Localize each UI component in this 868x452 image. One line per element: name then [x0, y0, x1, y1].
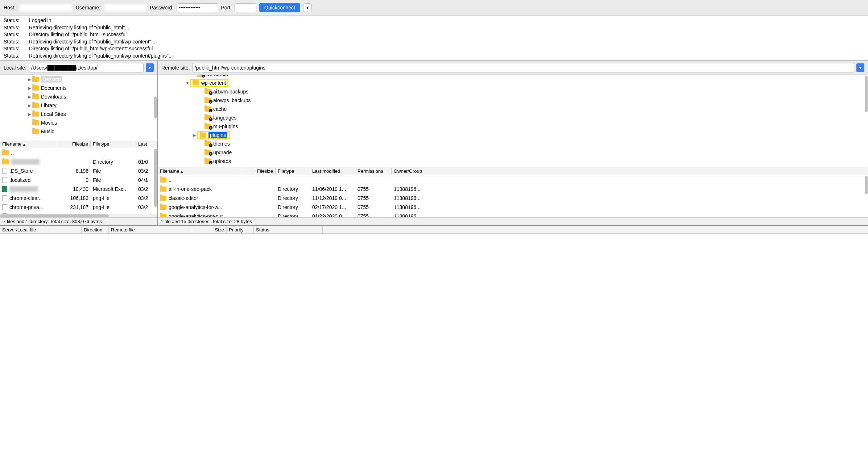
folder-unknown-icon: [204, 98, 211, 103]
remote-path-dropdown[interactable]: ▼: [856, 63, 864, 72]
qcol-size[interactable]: Size: [192, 226, 227, 233]
col-filetype[interactable]: Filetype: [91, 141, 136, 147]
file-row[interactable]: ████████Directory01/0: [0, 157, 157, 166]
qcol-server[interactable]: Server/Local file: [0, 226, 82, 233]
file-row[interactable]: chrome-priva..231,187png-file03/2: [0, 202, 157, 212]
quickconnect-dropdown-button[interactable]: ▼: [303, 3, 312, 12]
folder-icon: [160, 214, 166, 218]
local-path-dropdown[interactable]: ▼: [146, 63, 154, 72]
log-message: Logged in: [29, 17, 51, 24]
tree-item-label: languages: [213, 115, 237, 121]
qcol-remote[interactable]: Remote file: [109, 226, 192, 233]
log-message: Retrieving directory listing of "/public…: [29, 38, 155, 46]
file-size: [241, 188, 276, 190]
file-name: .localized: [9, 177, 30, 183]
file-size: 106,183: [56, 194, 91, 202]
file-row[interactable]: ..: [0, 148, 157, 157]
qcol-direction[interactable]: Direction: [82, 226, 109, 233]
username-label: Username:: [76, 5, 100, 11]
file-type: Directory: [91, 158, 136, 166]
folder-icon: [32, 77, 39, 82]
file-row[interactable]: .DS_Store8,196File03/2: [0, 166, 157, 175]
disclosure-icon[interactable]: ▼: [185, 81, 190, 85]
local-file-list[interactable]: ..████████Directory01/0.DS_Store8,196Fil…: [0, 148, 157, 214]
tree-item[interactable]: ▶Documents: [0, 84, 157, 92]
file-row[interactable]: chrome-clear..106,183png-file03/2: [0, 193, 157, 202]
tree-item[interactable]: languages: [158, 113, 868, 122]
log-label: Status:: [4, 24, 29, 32]
col-filesize[interactable]: Filesize: [241, 168, 276, 175]
log-label: Status:: [4, 17, 29, 24]
local-tree[interactable]: ▶Desktop▶Documents▶Downloads▶Library▶Loc…: [0, 75, 157, 140]
remote-file-list[interactable]: ..all-in-one-seo-packDirectory11/06/2019…: [158, 175, 868, 217]
file-type: Directory: [276, 185, 310, 193]
disclosure-icon[interactable]: ▶: [27, 78, 32, 81]
scrollbar-thumb[interactable]: [154, 149, 157, 207]
host-input[interactable]: [18, 3, 73, 12]
scrollbar-thumb[interactable]: [865, 176, 868, 194]
remote-tree[interactable]: wp-admin▼wp-contentai1wm-backupsaiowps_b…: [158, 75, 868, 167]
tree-item[interactable]: uploads: [158, 157, 868, 166]
tree-item[interactable]: ai1wm-backups: [158, 87, 868, 96]
tree-item[interactable]: Music: [0, 127, 157, 136]
file-row[interactable]: google-analytics-opt-outDirectory01/22/2…: [158, 212, 868, 217]
log-row: Status:Directory listing of "/public_htm…: [4, 31, 864, 38]
file-row[interactable]: ████████10,430Microsoft Exc..03/2: [0, 184, 157, 193]
tree-item[interactable]: cache: [158, 105, 868, 113]
tree-item[interactable]: ▶Library: [0, 101, 157, 110]
file-modified: 11/12/2019 0...: [310, 194, 355, 202]
local-hscroll[interactable]: [0, 214, 157, 217]
local-path-input[interactable]: [29, 63, 144, 72]
tree-item[interactable]: ▶plugins: [158, 131, 868, 139]
col-owner[interactable]: Owner/Group: [392, 168, 868, 175]
folder-unknown-icon: [204, 159, 211, 164]
folder-icon: [32, 120, 39, 125]
password-input[interactable]: [177, 3, 218, 12]
tree-item[interactable]: upgrade: [158, 148, 868, 157]
folder-icon: [2, 159, 9, 164]
file-row[interactable]: .localized0File04/1: [0, 175, 157, 184]
disclosure-icon[interactable]: ▶: [27, 104, 32, 108]
file-size: [241, 179, 276, 181]
disclosure-icon[interactable]: ▶: [27, 95, 32, 99]
log-row: Status:Directory listing of "/public_htm…: [4, 45, 864, 53]
remote-site-label: Remote site:: [161, 65, 190, 71]
tree-item[interactable]: mu-plugins: [158, 122, 868, 131]
disclosure-icon[interactable]: ▶: [192, 133, 197, 137]
local-status: 7 files and 1 directory. Total size: 808…: [0, 217, 157, 225]
file-name: chrome-clear..: [9, 195, 42, 201]
tree-item[interactable]: ▶Desktop: [0, 75, 157, 84]
port-input[interactable]: [235, 3, 256, 12]
log-row: Status:Logged in: [4, 17, 864, 24]
file-row[interactable]: google-analytics-for-w...Directory02/17/…: [158, 202, 868, 212]
tree-item[interactable]: wp-admin: [158, 75, 868, 79]
tree-item[interactable]: themes: [158, 139, 868, 148]
file-row[interactable]: classic-editorDirectory11/12/2019 0...07…: [158, 193, 868, 202]
transfer-queue: [0, 234, 868, 273]
disclosure-icon[interactable]: ▶: [27, 86, 32, 90]
file-row[interactable]: ..: [158, 175, 868, 184]
remote-path-input[interactable]: [192, 63, 854, 72]
tree-item[interactable]: ▶Downloads: [0, 92, 157, 101]
file-row[interactable]: all-in-one-seo-packDirectory11/06/2019 1…: [158, 184, 868, 193]
tree-item[interactable]: ▶Local Sites: [0, 110, 157, 118]
col-permissions[interactable]: Permissions: [355, 168, 392, 175]
col-lastmod[interactable]: Last: [136, 141, 157, 147]
col-filename[interactable]: Filename▲: [0, 141, 56, 147]
col-lastmod[interactable]: Last modified: [310, 168, 355, 175]
qcol-status[interactable]: Status: [254, 226, 323, 233]
col-filesize[interactable]: Filesize: [56, 141, 91, 147]
tree-item-label: Downloads: [41, 94, 66, 100]
username-input[interactable]: [103, 3, 147, 12]
qcol-priority[interactable]: Priority: [227, 226, 254, 233]
scrollbar-thumb[interactable]: [865, 76, 868, 112]
col-filetype[interactable]: Filetype: [276, 168, 310, 175]
quickconnect-button[interactable]: Quickconnect: [259, 3, 300, 12]
tree-item[interactable]: ▼wp-content: [158, 79, 868, 87]
col-filename[interactable]: Filename▲: [158, 168, 241, 175]
tree-item-label: Movies: [41, 120, 57, 126]
tree-item[interactable]: aiowps_backups: [158, 96, 868, 105]
disclosure-icon[interactable]: ▶: [27, 112, 32, 116]
tree-item[interactable]: Movies: [0, 118, 157, 127]
scrollbar-thumb[interactable]: [154, 97, 157, 118]
